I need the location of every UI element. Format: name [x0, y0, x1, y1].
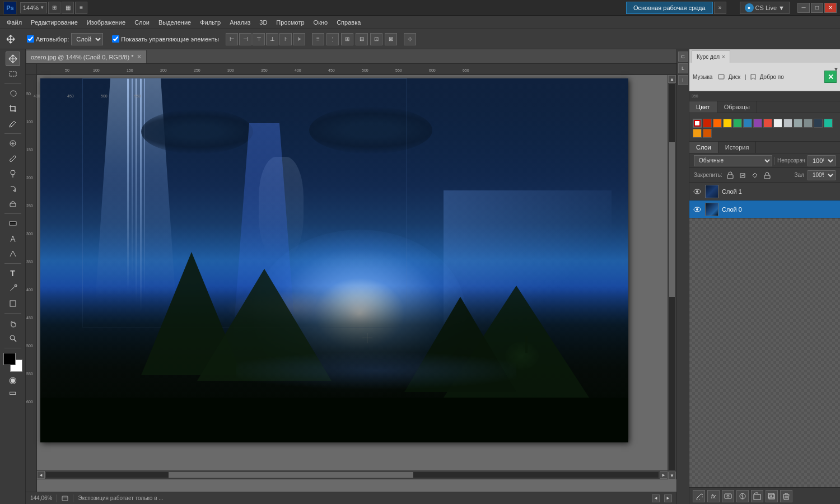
swatch-gray-dark[interactable]: [804, 119, 813, 128]
document-tab-ozero[interactable]: ozero.jpg @ 144% (Слой 0, RGB/8) * ✕: [26, 50, 147, 63]
browser-link-welcome[interactable]: Добро по: [760, 74, 784, 80]
browser-tab-active[interactable]: Курс дол ×: [692, 50, 730, 63]
lasso-tool[interactable]: [6, 86, 20, 101]
swatch-red[interactable]: [763, 119, 772, 128]
zoom-control[interactable]: 144% ▼: [20, 2, 47, 13]
layer-new-btn[interactable]: [766, 490, 778, 502]
shape-tool[interactable]: [6, 296, 20, 311]
layer-item-1[interactable]: Слой 1: [689, 183, 840, 200]
browser-link-disk[interactable]: Диск: [728, 74, 740, 80]
eraser-tool[interactable]: [6, 197, 20, 211]
swatch-green[interactable]: [733, 119, 742, 128]
clone-tool[interactable]: [6, 166, 20, 181]
tab-history[interactable]: История: [718, 142, 757, 153]
status-scroll-left[interactable]: ◄: [652, 494, 660, 502]
browser-collapse-btn[interactable]: ▼: [833, 66, 839, 72]
tab-layers[interactable]: Слои: [689, 142, 718, 153]
screen-mode-btn[interactable]: ▦: [62, 2, 74, 14]
browser-tab-close[interactable]: ×: [722, 54, 725, 60]
close-button[interactable]: ✕: [824, 3, 837, 13]
menu-file[interactable]: Файл: [2, 16, 26, 29]
distribute-btn2[interactable]: ⋮: [326, 33, 339, 45]
opacity-value[interactable]: 100%: [808, 155, 836, 166]
show-controls-label[interactable]: Показать управляющие элементы: [112, 35, 219, 43]
brush-tool[interactable]: [6, 151, 20, 166]
swatch-burnt[interactable]: [703, 129, 712, 138]
align-right-btn[interactable]: ⊤: [253, 33, 265, 45]
green-close-button[interactable]: ✕: [824, 71, 837, 83]
view-mode-btn[interactable]: ⊞: [48, 2, 60, 14]
move-tool[interactable]: [6, 52, 20, 66]
swatch-white-outlined[interactable]: [693, 119, 702, 128]
eyedropper-tool[interactable]: [6, 116, 20, 131]
canvas-document[interactable]: [40, 78, 628, 442]
scroll-track-v[interactable]: [669, 83, 675, 471]
distribute-btn3[interactable]: ⊞: [341, 33, 353, 45]
lock-transparent-btn[interactable]: [726, 171, 735, 180]
layer-select-dropdown[interactable]: Слой: [71, 33, 103, 45]
hand-tool[interactable]: [6, 316, 20, 330]
dodge-tool[interactable]: [6, 231, 20, 246]
scroll-thumb-h[interactable]: [169, 472, 414, 478]
crop-tool[interactable]: [6, 101, 20, 116]
history-brush-tool[interactable]: [6, 181, 20, 196]
scroll-up-btn[interactable]: ▲: [668, 75, 676, 83]
expand-workspace-btn[interactable]: »: [714, 2, 726, 14]
auto-select-checkbox[interactable]: [27, 35, 34, 43]
layer-fx-btn[interactable]: fx: [707, 490, 720, 502]
maximize-button[interactable]: □: [811, 3, 823, 13]
text-tool[interactable]: T: [6, 266, 20, 281]
foreground-background-colors[interactable]: [3, 353, 22, 372]
zoom-tool[interactable]: [6, 331, 20, 346]
layer-delete-btn[interactable]: [780, 490, 792, 502]
menu-3d[interactable]: 3D: [255, 16, 272, 29]
layer-group-btn[interactable]: [751, 490, 763, 502]
align-bottom-btn[interactable]: ⊧: [293, 33, 305, 45]
healing-tool[interactable]: [6, 136, 20, 151]
menu-image[interactable]: Изображение: [82, 16, 130, 29]
transform-btn[interactable]: ⊹: [404, 33, 416, 45]
menu-filter[interactable]: Фильтр: [195, 16, 225, 29]
scrollbar-horizontal[interactable]: ◄ ►: [37, 470, 668, 479]
distribute-btn5[interactable]: ⊡: [370, 33, 382, 45]
swatch-red-dark[interactable]: [703, 119, 712, 128]
menu-edit[interactable]: Редактирование: [26, 16, 82, 29]
swatch-navy[interactable]: [814, 119, 823, 128]
workspace-button[interactable]: Основная рабочая среда: [626, 2, 713, 14]
distribute-btn4[interactable]: ⊟: [356, 33, 368, 45]
swatch-light1[interactable]: [773, 119, 782, 128]
show-controls-checkbox[interactable]: [112, 35, 119, 43]
doc-tab-close-btn[interactable]: ✕: [137, 53, 142, 60]
swatch-teal[interactable]: [824, 119, 833, 128]
swatch-blue[interactable]: [743, 119, 752, 128]
layer-adjustment-btn[interactable]: [736, 490, 749, 502]
screen-mode-toggle[interactable]: ▭: [9, 388, 16, 397]
lock-all-btn[interactable]: [763, 171, 772, 180]
tab-color[interactable]: Цвет: [689, 101, 717, 113]
layer-mask-btn[interactable]: [722, 490, 734, 502]
scroll-thumb-v[interactable]: [669, 142, 675, 297]
align-top-btn[interactable]: ⊥: [266, 33, 278, 45]
layer-link-btn[interactable]: [693, 490, 705, 502]
distribute-btn1[interactable]: ≡: [312, 33, 324, 45]
panel-toggle-layers[interactable]: L: [678, 63, 688, 73]
zoom-arrow-down[interactable]: ▼: [40, 5, 44, 10]
swatch-gray-mid[interactable]: [794, 119, 802, 128]
foreground-color[interactable]: [3, 353, 16, 365]
align-left-btn[interactable]: ⊢: [226, 33, 238, 45]
selection-tool[interactable]: [6, 67, 20, 81]
swatch-amber[interactable]: [693, 129, 702, 138]
swatch-orange[interactable]: [713, 119, 722, 128]
scrollbar-vertical[interactable]: ▲ ▼: [668, 75, 676, 479]
scroll-right-btn[interactable]: ►: [660, 471, 668, 479]
extras-btn[interactable]: ≡: [75, 2, 87, 14]
browser-link-music[interactable]: Музыка: [693, 74, 712, 80]
layer-item-0[interactable]: Слой 0: [689, 200, 840, 218]
auto-select-label[interactable]: Автовыбор:: [27, 35, 69, 43]
menu-layers[interactable]: Слои: [130, 16, 154, 29]
status-scroll-right[interactable]: ►: [664, 494, 672, 502]
gradient-tool[interactable]: [6, 216, 20, 231]
layer-1-visibility-btn[interactable]: [693, 187, 702, 196]
panel-toggle-info[interactable]: I: [678, 75, 688, 85]
tab-swatches[interactable]: Образцы: [717, 101, 757, 113]
